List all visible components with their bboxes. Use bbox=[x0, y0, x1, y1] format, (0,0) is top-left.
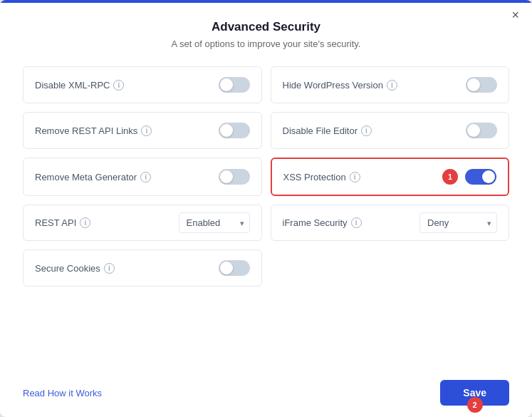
rest-api-select-wrapper: Enabled Disabled Restricted ▾ bbox=[179, 212, 250, 233]
xss-protection-slider bbox=[465, 169, 496, 185]
secure-cookies-card: Secure Cookies i bbox=[23, 249, 262, 287]
xss-protection-label: XSS Protection i bbox=[283, 172, 360, 182]
hide-wp-version-label: Hide WordPress Version i bbox=[283, 80, 397, 91]
options-grid: Disable XML-RPC i Hide WordPress Version… bbox=[23, 66, 509, 287]
rest-api-label: REST API i bbox=[35, 217, 90, 228]
rest-api-select[interactable]: Enabled Disabled Restricted bbox=[179, 212, 250, 233]
xss-protection-card: XSS Protection i 1 bbox=[271, 158, 510, 196]
disable-file-editor-label: Disable File Editor i bbox=[283, 125, 372, 136]
secure-cookies-slider bbox=[219, 260, 250, 276]
modal-footer: Read How it Works Save 2 bbox=[0, 369, 532, 417]
remove-meta-generator-toggle[interactable] bbox=[219, 169, 250, 185]
secure-cookies-info-icon[interactable]: i bbox=[104, 263, 115, 274]
secure-cookies-toggle[interactable] bbox=[219, 260, 250, 276]
xss-badge: 1 bbox=[442, 169, 458, 185]
disable-file-editor-slider bbox=[466, 123, 497, 138]
save-badge: 2 bbox=[467, 397, 483, 413]
read-how-it-works-link[interactable]: Read How it Works bbox=[23, 388, 102, 398]
disable-xmlrpc-label: Disable XML-RPC i bbox=[35, 80, 124, 91]
save-btn-wrapper: Save 2 bbox=[440, 380, 509, 406]
disable-file-editor-info-icon[interactable]: i bbox=[361, 125, 372, 136]
disable-xmlrpc-toggle[interactable] bbox=[219, 77, 250, 93]
disable-xmlrpc-card: Disable XML-RPC i bbox=[23, 66, 262, 103]
rest-api-info-icon[interactable]: i bbox=[80, 217, 90, 228]
disable-xmlrpc-slider bbox=[219, 77, 250, 93]
xss-toggle-row: 1 bbox=[442, 169, 496, 185]
remove-rest-api-card: Remove REST API Links i bbox=[23, 112, 262, 149]
hide-wp-version-card: Hide WordPress Version i bbox=[271, 66, 510, 103]
iframe-security-info-icon[interactable]: i bbox=[351, 217, 362, 228]
remove-rest-api-info-icon[interactable]: i bbox=[141, 125, 152, 136]
hide-wp-version-info-icon[interactable]: i bbox=[387, 80, 397, 91]
hide-wp-version-toggle[interactable] bbox=[466, 77, 497, 93]
remove-meta-generator-slider bbox=[219, 169, 250, 185]
remove-meta-generator-info-icon[interactable]: i bbox=[140, 172, 151, 182]
iframe-security-card: iFrame Security i Deny SameOrigin Allow … bbox=[271, 205, 510, 241]
remove-meta-generator-label: Remove Meta Generator i bbox=[35, 172, 151, 182]
modal-subtitle: A set of options to improve your site's … bbox=[23, 38, 509, 49]
hide-wp-version-slider bbox=[466, 77, 497, 93]
xss-protection-info-icon[interactable]: i bbox=[350, 172, 360, 182]
disable-file-editor-toggle[interactable] bbox=[466, 123, 497, 138]
remove-rest-api-slider bbox=[219, 123, 250, 138]
modal-body: Disable XML-RPC i Hide WordPress Version… bbox=[0, 55, 532, 369]
remove-rest-api-toggle[interactable] bbox=[219, 123, 250, 138]
remove-rest-api-label: Remove REST API Links i bbox=[35, 125, 152, 136]
remove-meta-generator-card: Remove Meta Generator i bbox=[23, 158, 262, 196]
modal-title: Advanced Security bbox=[23, 20, 509, 34]
rest-api-card: REST API i Enabled Disabled Restricted ▾ bbox=[23, 205, 262, 241]
xss-protection-toggle[interactable] bbox=[465, 169, 496, 185]
close-button[interactable]: × bbox=[511, 9, 519, 21]
modal-header: Advanced Security A set of options to im… bbox=[0, 3, 532, 55]
secure-cookies-label: Secure Cookies i bbox=[35, 263, 115, 274]
iframe-security-label: iFrame Security i bbox=[283, 217, 362, 228]
iframe-security-select-wrapper: Deny SameOrigin Allow ▾ bbox=[419, 212, 497, 233]
iframe-security-select[interactable]: Deny SameOrigin Allow bbox=[419, 212, 497, 233]
disable-xmlrpc-info-icon[interactable]: i bbox=[113, 80, 124, 91]
disable-file-editor-card: Disable File Editor i bbox=[271, 112, 510, 149]
modal-container: × Advanced Security A set of options to … bbox=[0, 0, 532, 417]
